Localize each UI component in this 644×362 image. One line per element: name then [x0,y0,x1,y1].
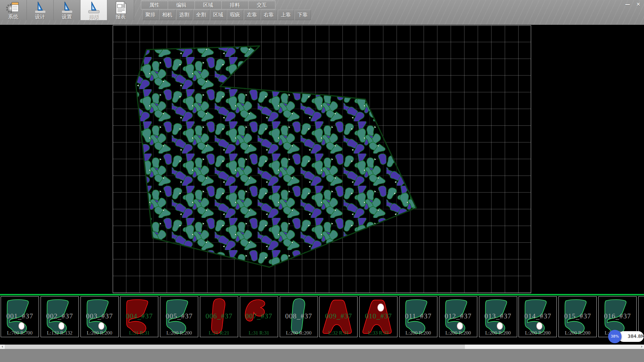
memory-badge: 384.8M 38% [608,330,644,344]
thumb-label: 003_#37 [81,312,118,320]
thumb-lr-count: L:21 R:21 [200,330,238,336]
menu-properties[interactable]: 属性 [141,1,168,9]
tab-label: 设计 [27,14,53,20]
thumbnail[interactable]: 011_#37 L:200 R:200 [399,296,437,337]
menu-interact[interactable]: 交互 [248,1,275,9]
thumbnail[interactable]: 014_#37 L:200 R:200 [519,296,557,337]
thumb-label: 004_#37 [120,312,158,320]
thumb-label: 006_#37 [200,312,238,320]
thumbnail[interactable]: 004_#37 L:31 R:31 [120,296,158,337]
memory-size-pill: 384.8M [618,331,644,342]
memory-size-text: 384.8M [628,334,644,339]
thumb-lr-count: L:33 R:33 [360,330,397,336]
ruler-nesting-icon [87,1,101,14]
thumbnail[interactable]: 001_#37 L:700 R:700 [1,296,39,337]
ruler-design-icon [33,1,48,14]
thumb-label: 012_#37 [439,312,477,320]
nesting-canvas[interactable] [0,25,644,294]
thumb-label: 009_#37 [320,312,357,320]
thumbnail[interactable]: 002_#37 L:132 R:132 [41,296,79,337]
thumbnail[interactable]: 010_#37 L:33 R:33 [359,296,397,337]
tool-region[interactable]: 区域 [210,10,226,20]
thumbnail[interactable]: 008_#37 L:200 R:200 [280,296,318,337]
thumb-label: 011_#37 [399,312,437,320]
thumbnail[interactable]: 006_#37 L:21 R:21 [200,296,238,337]
menu-region[interactable]: 区域 [195,1,222,9]
scroll-left-arrow[interactable]: ‹ [0,345,5,349]
menu-edit[interactable]: 编辑 [168,1,195,9]
thumb-lr-count: L:31 R:31 [120,330,158,336]
thumb-label: 013_#37 [479,312,517,320]
thumb-lr-count: L:200 R:200 [439,330,477,336]
thumb-label: 008_#37 [280,312,318,320]
tab-label: 系统 [0,14,26,20]
thumb-label: 016_#37 [599,312,636,320]
thumbnail[interactable]: 013_#37 L:200 R:200 [479,296,517,337]
thumbnail[interactable]: 005_#37 L:200 R:200 [160,296,198,337]
thumbnail[interactable]: 007_#37 L:31 R:31 [240,296,278,337]
thumb-lr-count: L:200 R:200 [479,330,517,336]
status-bar [0,349,644,362]
thumbnail-strip: 001_#37 L:700 R:700 002_#37 L:132 R:132 … [0,294,644,345]
thumbnail[interactable]: 012_#37 L:200 R:200 [439,296,477,337]
tool-cut-all[interactable]: 全割 [193,10,209,20]
tool-defect[interactable]: 瑕疵 [227,10,243,20]
report-document-icon [113,1,128,14]
tab-label: 设置 [54,14,80,20]
close-button[interactable]: ✕ [633,1,643,8]
menu-nesting[interactable]: 排料 [221,1,249,9]
thumb-lr-count: L:32 R:31 [320,330,357,336]
thumb-lr-count: L:200 R:200 [519,330,556,336]
tab-design[interactable]: 设计 [27,0,54,20]
tab-label: 报表 [107,14,134,20]
thumb-lr-count: L:200 R:200 [160,330,198,336]
thumbnail[interactable]: 009_#37 L:32 R:31 [319,296,358,337]
thumb-label: 014_#37 [519,312,556,320]
tab-system[interactable]: 系统 [0,0,27,20]
strip-divider-line [0,294,644,296]
thumb-label: 010_#37 [360,312,397,320]
tool-align-bottom[interactable]: 下靠 [294,10,311,20]
tool-select-cut[interactable]: 选割 [176,10,193,20]
horizontal-scrollbar[interactable]: ‹ › [0,345,644,349]
scrollbar-thumb[interactable] [5,345,465,349]
toolbar: 系统 设计 设置 排版 [0,0,644,25]
thumbnail[interactable]: 015_#37 L:200 R:200 [558,296,597,337]
scroll-right-arrow[interactable]: › [639,345,644,349]
tool-align-left[interactable]: 左靠 [244,10,260,20]
tab-settings[interactable]: 设置 [54,0,80,20]
tool-align-top[interactable]: 上靠 [278,10,294,20]
thumb-lr-count: L:200 R:200 [399,330,437,336]
thumb-lr-count: L:132 R:132 [41,330,78,336]
gear-system-icon [6,1,21,14]
thumb-lr-count: L:200 R:200 [280,330,318,336]
tab-report[interactable]: 报表 [107,0,134,20]
nesting-view [0,25,644,294]
thumb-lr-count: L:700 R:700 [1,330,39,336]
ruler-settings-icon [60,1,74,14]
thumb-lr-count: L:200 R:200 [559,330,596,336]
thumb-label: 007_#37 [240,312,278,320]
minimize-button[interactable]: — [623,1,633,8]
tool-camera[interactable]: 相机 [159,10,175,20]
tool-align-right[interactable]: 右靠 [261,10,277,20]
memory-percent-text: 38% [608,334,622,339]
memory-percent-circle: 38% [608,330,622,343]
thumb-lr-count: L:31 R:31 [240,330,278,336]
thumb-label: 005_#37 [160,312,198,320]
thumb-label: 015_#37 [559,312,596,320]
thumbnail[interactable]: 003_#37 L:200 R:200 [80,296,119,337]
tab-nesting-active[interactable]: 排版 [80,0,107,20]
tab-label: 排版 [80,14,107,20]
thumb-label: 001_#37 [1,312,39,320]
thumb-lr-count: L:200 R:200 [81,330,118,336]
tool-cluster-nest[interactable]: 聚排 [142,10,159,20]
thumb-label: 002_#37 [41,312,78,320]
